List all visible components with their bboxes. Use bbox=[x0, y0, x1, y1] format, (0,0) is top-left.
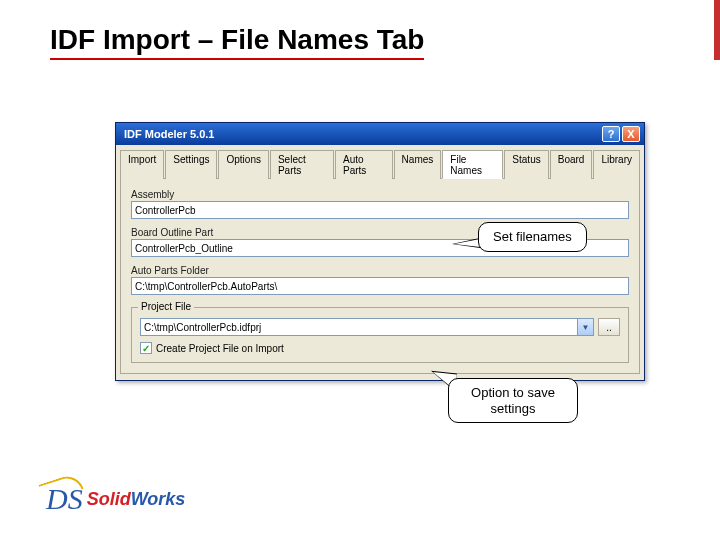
tab-auto-parts[interactable]: Auto Parts bbox=[335, 150, 393, 179]
logo-solid: Solid bbox=[87, 489, 131, 509]
close-button[interactable]: X bbox=[622, 126, 640, 142]
tab-select-parts[interactable]: Select Parts bbox=[270, 150, 334, 179]
solidworks-logo: DS SolidWorks bbox=[46, 482, 185, 516]
tab-settings[interactable]: Settings bbox=[165, 150, 217, 179]
tab-file-names[interactable]: File Names bbox=[442, 150, 503, 179]
slide-title: IDF Import – File Names Tab bbox=[50, 24, 424, 60]
create-project-label: Create Project File on Import bbox=[156, 343, 284, 354]
tab-board[interactable]: Board bbox=[550, 150, 593, 179]
autoparts-folder-label: Auto Parts Folder bbox=[131, 265, 629, 276]
tab-options[interactable]: Options bbox=[218, 150, 268, 179]
tab-library[interactable]: Library bbox=[593, 150, 640, 179]
project-file-group: Project File C:\tmp\ControllerPcb.idfprj… bbox=[131, 307, 629, 363]
help-icon: ? bbox=[608, 128, 615, 140]
callout-save-settings: Option to save settings bbox=[448, 378, 578, 423]
tab-import[interactable]: Import bbox=[120, 150, 164, 179]
logo-ds-icon: DS bbox=[46, 482, 83, 516]
callout-set-filenames: Set filenames bbox=[478, 222, 587, 252]
tab-names[interactable]: Names bbox=[394, 150, 442, 179]
logo-works: Works bbox=[131, 489, 186, 509]
project-file-value: C:\tmp\ControllerPcb.idfprj bbox=[141, 322, 577, 333]
assembly-input[interactable] bbox=[131, 201, 629, 219]
file-names-panel: Assembly Board Outline Part Auto Parts F… bbox=[120, 178, 640, 374]
assembly-label: Assembly bbox=[131, 189, 629, 200]
slide-edge-decoration bbox=[714, 0, 720, 60]
autoparts-folder-input[interactable] bbox=[131, 277, 629, 295]
titlebar[interactable]: IDF Modeler 5.0.1 ? X bbox=[116, 123, 644, 145]
close-icon: X bbox=[627, 128, 634, 140]
chevron-down-icon[interactable]: ▼ bbox=[577, 319, 593, 335]
tab-strip: Import Settings Options Select Parts Aut… bbox=[116, 145, 644, 178]
project-file-legend: Project File bbox=[138, 301, 194, 312]
window-title: IDF Modeler 5.0.1 bbox=[120, 128, 600, 140]
tab-status[interactable]: Status bbox=[504, 150, 548, 179]
help-button[interactable]: ? bbox=[602, 126, 620, 142]
create-project-checkbox[interactable]: ✓ bbox=[140, 342, 152, 354]
browse-button[interactable]: .. bbox=[598, 318, 620, 336]
project-file-combo[interactable]: C:\tmp\ControllerPcb.idfprj ▼ bbox=[140, 318, 594, 336]
create-project-checkbox-row[interactable]: ✓ Create Project File on Import bbox=[140, 342, 620, 354]
callout-tail-1 bbox=[452, 238, 480, 248]
